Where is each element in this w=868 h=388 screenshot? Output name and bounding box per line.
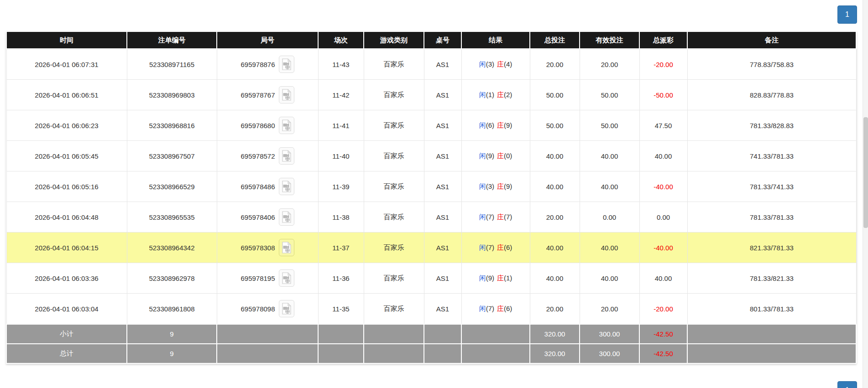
cell-time: 2026-04-01 06:04:48 <box>6 202 127 233</box>
cell-remark: 781.33/781.33 <box>687 202 856 233</box>
cell-result: 闲(7)庄(7) <box>461 202 530 233</box>
col-header-total-bet: 总投注 <box>530 31 580 49</box>
cell-total-bet: 20.00 <box>530 49 580 80</box>
result-player-score: (9) <box>486 274 494 282</box>
total-count: 9 <box>127 344 217 363</box>
scrollbar-track[interactable] <box>863 0 868 388</box>
total-total-bet: 320.00 <box>530 344 580 363</box>
cell-table-no: AS1 <box>424 49 461 80</box>
cell-valid-bet: 0.00 <box>580 202 639 233</box>
table-row: 2026-04-01 06:06:51 523308969803 6959787… <box>6 80 856 110</box>
cell-result: 闲(3)庄(9) <box>461 171 530 202</box>
subtotal-valid-bet: 300.00 <box>580 324 639 344</box>
subtotal-label: 小计 <box>6 324 127 344</box>
cell-result: 闲(9)庄(0) <box>461 141 530 171</box>
cell-time: 2026-04-01 06:06:51 <box>6 80 127 110</box>
cell-remark: 821.33/781.33 <box>687 233 856 263</box>
result-banker-label: 庄 <box>497 152 504 160</box>
total-empty-remark <box>687 344 856 363</box>
cell-game-type: 百家乐 <box>364 49 424 80</box>
cell-result: 闲(7)庄(6) <box>461 233 530 263</box>
video-replay-button[interactable] <box>279 178 294 195</box>
video-replay-button[interactable] <box>279 147 294 165</box>
cell-remark: 801.33/781.33 <box>687 294 856 325</box>
cell-payout: 47.50 <box>639 110 687 141</box>
result-banker-label: 庄 <box>497 91 504 98</box>
table-row: 2026-04-01 06:03:36 523308962978 6959781… <box>6 263 856 294</box>
cell-payout: 0.00 <box>639 202 687 233</box>
subtotal-empty-result <box>461 324 530 344</box>
col-header-result: 结果 <box>461 31 530 49</box>
cell-payout: -40.00 <box>639 171 687 202</box>
round-number: 695978876 <box>241 61 275 68</box>
video-file-icon <box>282 150 292 162</box>
cell-total-bet: 40.00 <box>530 263 580 294</box>
result-banker-score: (6) <box>504 243 512 251</box>
cell-total-bet: 50.00 <box>530 80 580 110</box>
subtotal-empty-remark <box>687 324 856 344</box>
subtotal-empty-session <box>318 324 364 344</box>
video-replay-button[interactable] <box>279 117 294 134</box>
total-empty-result <box>461 344 530 363</box>
cell-payout: 40.00 <box>639 141 687 171</box>
table-header: 时间 注单编号 局号 场次 游戏类别 桌号 结果 总投注 有效投注 总派彩 备注 <box>6 31 856 49</box>
cell-payout: -20.00 <box>639 49 687 80</box>
col-header-time: 时间 <box>6 31 127 49</box>
cell-bet-id: 523308964342 <box>127 233 217 263</box>
cell-bet-id: 523308971165 <box>127 49 217 80</box>
video-replay-button[interactable] <box>279 269 294 287</box>
video-file-icon <box>282 119 292 131</box>
cell-round: 695978767 <box>217 80 318 110</box>
total-label: 总计 <box>6 344 127 363</box>
subtotal-empty-round <box>217 324 318 344</box>
cell-time: 2026-04-01 06:04:15 <box>6 233 127 263</box>
video-file-icon <box>282 303 292 315</box>
page-1-button[interactable]: 1 <box>837 5 857 24</box>
total-valid-bet: 300.00 <box>580 344 639 363</box>
result-banker-score: (9) <box>504 182 512 190</box>
scrollbar-thumb[interactable] <box>863 117 868 228</box>
cell-time: 2026-04-01 06:07:31 <box>6 49 127 80</box>
table-row: 2026-04-01 06:05:45 523308967507 6959785… <box>6 141 856 171</box>
cell-session: 11-35 <box>318 294 364 325</box>
table-row: 2026-04-01 06:04:48 523308965535 6959784… <box>6 202 856 233</box>
cell-valid-bet: 50.00 <box>580 110 639 141</box>
cell-time: 2026-04-01 06:03:36 <box>6 263 127 294</box>
table-row: 2026-04-01 06:06:23 523308968816 6959786… <box>6 110 856 141</box>
pagination-bottom: 1 <box>837 381 857 388</box>
cell-session: 11-43 <box>318 49 364 80</box>
result-banker-label: 庄 <box>497 243 504 251</box>
round-number: 695978572 <box>241 152 275 160</box>
cell-valid-bet: 40.00 <box>580 141 639 171</box>
video-replay-button[interactable] <box>279 86 294 103</box>
cell-table-no: AS1 <box>424 80 461 110</box>
video-file-icon <box>282 89 292 101</box>
result-banker-score: (1) <box>504 274 512 282</box>
cell-round: 695978680 <box>217 110 318 141</box>
result-player-label: 闲 <box>479 274 486 282</box>
total-empty-game-type <box>364 344 424 363</box>
video-replay-button[interactable] <box>279 300 294 317</box>
result-player-score: (7) <box>486 213 494 221</box>
cell-game-type: 百家乐 <box>364 141 424 171</box>
video-replay-button[interactable] <box>279 56 294 73</box>
cell-session: 11-38 <box>318 202 364 233</box>
cell-game-type: 百家乐 <box>364 171 424 202</box>
result-banker-label: 庄 <box>497 274 504 282</box>
result-player-score: (3) <box>486 182 494 190</box>
cell-round: 695978098 <box>217 294 318 325</box>
cell-remark: 741.33/781.33 <box>687 141 856 171</box>
cell-round: 695978572 <box>217 141 318 171</box>
video-replay-button[interactable] <box>279 239 294 256</box>
cell-result: 闲(7)庄(6) <box>461 294 530 325</box>
cell-table-no: AS1 <box>424 171 461 202</box>
result-player-label: 闲 <box>479 243 486 251</box>
video-replay-button[interactable] <box>279 208 294 226</box>
page-1-button-bottom[interactable]: 1 <box>837 381 857 388</box>
cell-session: 11-42 <box>318 80 364 110</box>
result-player-label: 闲 <box>479 182 486 190</box>
cell-total-bet: 40.00 <box>530 141 580 171</box>
subtotal-empty-game-type <box>364 324 424 344</box>
result-banker-label: 庄 <box>497 121 504 129</box>
video-file-icon <box>282 211 292 223</box>
